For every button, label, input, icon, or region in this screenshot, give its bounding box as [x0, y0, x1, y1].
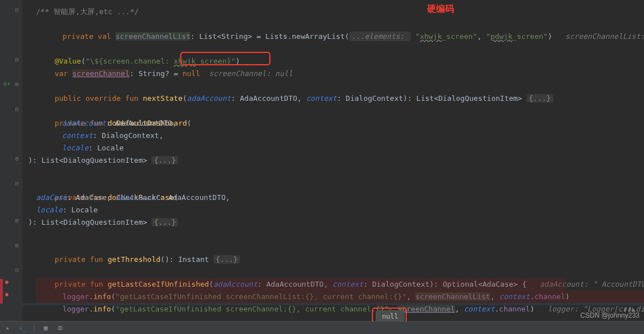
code: (): [161, 255, 170, 264]
param: locale: [36, 206, 63, 214]
watermark: CSDN @johnny233: [580, 311, 639, 319]
param: locale: [62, 144, 88, 152]
method[interactable]: nextState: [143, 94, 183, 103]
code-editor[interactable]: o↑ ● ● ⊟ ⊟ ⊞ ⊟ ⊞ ⊟ ⊞ ⊞ ⊟ /** 智能屏,大屏,etc …: [0, 0, 644, 321]
code: ,: [172, 119, 177, 127]
fold-region[interactable]: {...}: [214, 255, 240, 264]
param: context: [62, 131, 93, 140]
kw: public: [55, 94, 86, 103]
kw: private: [55, 255, 90, 264]
code: (: [187, 119, 192, 127]
code: : DialogContext): List<DialogQuestionIte…: [337, 94, 527, 103]
kw: var: [55, 69, 72, 78]
kw: override: [86, 94, 125, 103]
fold-icon[interactable]: ⊟: [15, 267, 21, 273]
method[interactable]: getThreshold: [108, 255, 161, 264]
code: : Instant: [169, 255, 213, 264]
breakpoint-icon[interactable]: ●: [2, 279, 12, 287]
code: (: [183, 94, 187, 103]
error-stripe: [0, 279, 3, 291]
structure-icon[interactable]: ▦: [41, 323, 50, 332]
param: context: [306, 94, 337, 103]
editor-gutter: o↑ ● ● ⊟ ⊟ ⊞ ⊟ ⊞ ⊟ ⊞ ⊞ ⊟: [0, 0, 23, 321]
code: ,: [455, 305, 464, 313]
method: info: [94, 305, 111, 313]
string: _screen": [513, 32, 548, 41]
status-bar[interactable]: ▸ ›_ ▦ ⧉: [0, 321, 644, 334]
code: ): List<DialogQuestionItem>: [28, 218, 152, 226]
terminal-icon[interactable]: ›_: [18, 323, 27, 332]
code: ,: [477, 32, 486, 41]
code: : Locale: [88, 144, 124, 152]
annotation-hardcode-label: 硬编码: [427, 3, 454, 15]
identifier[interactable]: screenChannelList: [116, 32, 190, 41]
fold-region[interactable]: {...}: [152, 218, 178, 226]
run-icon[interactable]: ▸: [3, 323, 12, 332]
fold-icon[interactable]: ⊟: [15, 56, 21, 62]
kw: val: [98, 32, 116, 41]
identifier: logger: [63, 305, 89, 313]
param: adaCase: [36, 193, 67, 202]
error-stripe: [0, 291, 3, 304]
string: "getLastCaseIfUnfinished screenChannel:{…: [116, 305, 389, 313]
code: : DialogContext: [93, 131, 159, 140]
code: ,: [297, 94, 307, 103]
code: : Locale: [63, 206, 98, 214]
string: pdwjk: [490, 32, 512, 41]
code: ,: [106, 193, 116, 202]
identifier: channel: [499, 305, 530, 313]
override-gutter-icon[interactable]: o↑: [2, 81, 12, 88]
string: xhwjk: [420, 32, 442, 41]
code: : String? =: [130, 69, 183, 78]
string: _screen": [442, 32, 477, 41]
string: ": [415, 32, 420, 41]
code: .: [89, 305, 94, 313]
code: (: [111, 305, 116, 313]
fold-icon[interactable]: ⊟: [15, 180, 21, 186]
inlay-hint: screenChannel: null: [200, 69, 297, 78]
fold-icon[interactable]: ⊞: [15, 155, 21, 161]
kw: private: [63, 32, 98, 41]
identifier[interactable]: screenChannel: [72, 69, 130, 78]
identifier: context: [464, 305, 495, 313]
code: ): List<DialogQuestionItem>: [28, 156, 152, 164]
code: : AdaCase: [67, 193, 106, 202]
comment: /** 智能屏,大屏,etc ...*/: [36, 7, 139, 16]
separator: [34, 323, 34, 333]
param: adaAccount: [187, 94, 231, 103]
fold-icon[interactable]: ⊟: [15, 106, 21, 112]
code: ): [548, 32, 552, 41]
fold-icon[interactable]: ⊟: [15, 7, 21, 12]
debug-tooltip: null: [376, 310, 405, 321]
layout-icon[interactable]: ⧉: [56, 323, 65, 332]
fold-icon[interactable]: ⊞: [15, 217, 21, 223]
fold-icon[interactable]: ⊞: [15, 81, 21, 87]
inlay-hint: ...elements:: [349, 32, 411, 41]
code: : AdaAccountDTO: [106, 119, 172, 127]
fold-icon[interactable]: ⊞: [15, 242, 21, 248]
inlay-hint: screenChannelList: size = 2: [552, 32, 644, 41]
code: : AdaAccountDTO: [159, 193, 225, 202]
code: .: [495, 305, 499, 313]
breakpoint-icon[interactable]: ●: [2, 291, 12, 299]
annotation-box-1: [180, 52, 270, 65]
code: ,: [226, 193, 230, 202]
code: : AdaAccountDTO: [231, 94, 297, 103]
kw: null: [183, 69, 200, 78]
kw: fun: [90, 255, 108, 264]
fold-region[interactable]: {...}: [152, 156, 178, 164]
fold-region[interactable]: {...}: [527, 94, 553, 103]
kw: fun: [125, 94, 143, 103]
code: ,: [159, 131, 163, 140]
param: adaAccount: [116, 193, 159, 202]
param: adaAccount: [62, 119, 106, 127]
code: : List<String> = Lists.newArrayList(: [190, 32, 349, 41]
